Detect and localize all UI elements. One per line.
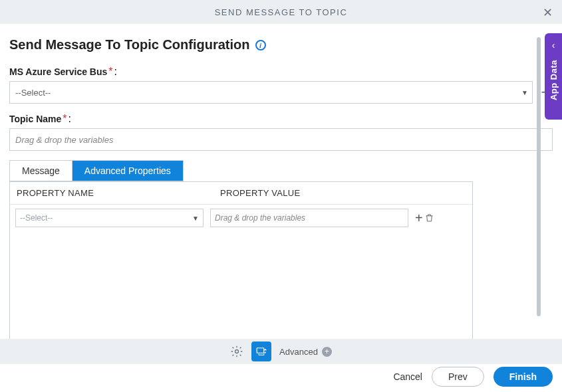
cancel-button[interactable]: Cancel bbox=[393, 371, 422, 382]
tab-bar: Message Advanced Properties bbox=[9, 160, 184, 181]
property-name-select[interactable]: --Select-- ▼ bbox=[15, 209, 204, 227]
finish-button[interactable]: Finish bbox=[493, 367, 553, 387]
scroll-thumb[interactable] bbox=[537, 37, 541, 316]
app-data-label: App Data bbox=[549, 60, 559, 100]
scrollbar[interactable] bbox=[537, 37, 541, 316]
required-marker: * bbox=[63, 113, 67, 124]
tab-message[interactable]: Message bbox=[10, 161, 72, 181]
row-actions: + bbox=[415, 211, 434, 225]
advanced-toggle[interactable]: Advanced + bbox=[279, 347, 332, 357]
footer-buttons: Cancel Prev Finish bbox=[393, 367, 553, 387]
gear-icon[interactable] bbox=[230, 345, 243, 358]
field-label-topic: Topic Name bbox=[9, 114, 61, 124]
field-topic-name: Topic Name*: Drag & drop the variables bbox=[9, 113, 553, 151]
property-row: --Select-- ▼ Drag & drop the variables + bbox=[10, 205, 472, 231]
tool-icon[interactable] bbox=[251, 342, 271, 361]
chevron-left-icon: ‹ bbox=[552, 40, 555, 50]
trash-icon[interactable] bbox=[424, 213, 434, 223]
add-row-icon[interactable]: + bbox=[415, 211, 423, 225]
properties-panel: PROPERTY NAME PROPERTY VALUE --Select-- … bbox=[9, 181, 473, 347]
content-area: Send Message To Topic Configuration i MS… bbox=[0, 24, 562, 347]
field-label-azure: MS Azure Service Bus bbox=[9, 66, 107, 77]
prev-button[interactable]: Prev bbox=[432, 367, 484, 387]
tab-advanced-properties[interactable]: Advanced Properties bbox=[72, 161, 183, 181]
col-property-value: PROPERTY VALUE bbox=[215, 188, 472, 198]
app-data-drawer-tab[interactable]: ‹ App Data bbox=[545, 33, 562, 120]
properties-header: PROPERTY NAME PROPERTY VALUE bbox=[10, 182, 472, 205]
select-value: --Select-- bbox=[20, 213, 53, 223]
page-title: Send Message To Topic Configuration bbox=[9, 37, 250, 52]
info-icon[interactable]: i bbox=[255, 40, 266, 50]
topic-name-input[interactable]: Drag & drop the variables bbox=[9, 128, 553, 151]
page-title-row: Send Message To Topic Configuration i bbox=[9, 37, 553, 52]
advanced-label-text: Advanced bbox=[279, 347, 318, 357]
select-value: --Select-- bbox=[15, 88, 51, 98]
plus-circle-icon: + bbox=[322, 347, 332, 357]
svg-point-0 bbox=[235, 350, 239, 353]
modal-title: SEND MESSAGE TO TOPIC bbox=[215, 7, 348, 17]
footer-toolbar: Advanced + bbox=[0, 339, 562, 364]
property-value-input[interactable]: Drag & drop the variables bbox=[210, 209, 408, 227]
chevron-down-icon: ▼ bbox=[521, 89, 528, 96]
close-icon[interactable]: ✕ bbox=[543, 5, 553, 20]
col-property-name: PROPERTY NAME bbox=[10, 188, 215, 198]
chevron-down-icon: ▼ bbox=[192, 215, 199, 222]
field-azure-service-bus: MS Azure Service Bus*: --Select-- ▼ + bbox=[9, 66, 553, 104]
azure-service-bus-select[interactable]: --Select-- ▼ bbox=[9, 81, 533, 104]
modal-header: SEND MESSAGE TO TOPIC ✕ bbox=[0, 0, 562, 24]
required-marker: * bbox=[108, 66, 112, 77]
svg-rect-1 bbox=[257, 348, 264, 353]
